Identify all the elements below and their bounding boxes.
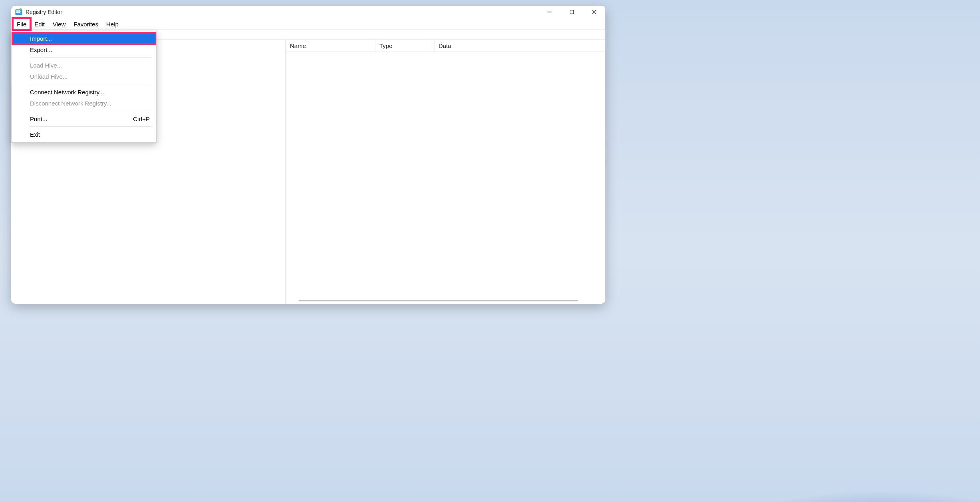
list-body[interactable]	[286, 52, 605, 304]
column-header-data[interactable]: Data	[434, 40, 605, 52]
menu-file[interactable]: File	[13, 18, 30, 30]
menu-item-import[interactable]: Import...	[12, 33, 155, 44]
column-header-type[interactable]: Type	[375, 40, 434, 52]
window-controls	[538, 6, 605, 18]
maximize-icon	[569, 10, 574, 14]
svg-point-6	[20, 9, 22, 11]
list-header: Name Type Data	[286, 40, 605, 52]
menu-item-label: Import...	[30, 35, 52, 42]
menu-item-exit[interactable]: Exit	[12, 129, 155, 140]
column-label: Type	[379, 42, 393, 49]
menu-item-label: Exit	[30, 131, 40, 138]
menu-favorites[interactable]: Favorites	[69, 18, 102, 30]
menu-item-label: Disconnect Network Registry...	[30, 100, 111, 107]
close-button[interactable]	[583, 6, 605, 18]
column-header-name[interactable]: Name	[286, 40, 375, 52]
menu-help[interactable]: Help	[102, 18, 123, 30]
menu-item-unload-hive: Unload Hive...	[12, 71, 155, 82]
menu-label: File	[17, 21, 26, 28]
menu-label: Favorites	[73, 21, 98, 28]
file-dropdown-menu: Import... Export... Load Hive... Unload …	[11, 31, 157, 143]
menu-item-export[interactable]: Export...	[12, 44, 155, 55]
svg-rect-2	[18, 10, 20, 12]
menu-item-label: Connect Network Registry...	[30, 89, 104, 96]
menu-view[interactable]: View	[49, 18, 69, 30]
menu-item-label: Print...	[30, 116, 47, 122]
menu-item-shortcut: Ctrl+P	[133, 116, 150, 122]
svg-rect-1	[16, 10, 18, 12]
titlebar[interactable]: Registry Editor	[11, 6, 605, 18]
menubar: File Edit View Favorites Help	[11, 18, 605, 30]
menu-item-load-hive: Load Hive...	[12, 60, 155, 71]
menu-separator	[30, 84, 151, 84]
close-icon	[592, 10, 597, 14]
menu-separator	[30, 111, 151, 111]
menu-item-disconnect-network-registry: Disconnect Network Registry...	[12, 98, 155, 109]
menu-item-print[interactable]: Print... Ctrl+P	[12, 113, 155, 124]
registry-editor-icon	[15, 8, 22, 16]
menu-label: Edit	[34, 21, 45, 28]
minimize-icon	[547, 10, 552, 14]
menu-label: Help	[106, 21, 119, 28]
window-title: Registry Editor	[26, 9, 62, 15]
minimize-button[interactable]	[538, 6, 561, 18]
menu-separator	[30, 57, 151, 58]
list-pane: Name Type Data	[286, 40, 605, 304]
menu-item-label: Export...	[30, 46, 52, 53]
svg-rect-5	[18, 12, 20, 13]
column-label: Name	[290, 42, 306, 49]
maximize-button[interactable]	[561, 6, 583, 18]
menu-item-label: Unload Hive...	[30, 73, 67, 80]
column-label: Data	[438, 42, 451, 49]
menu-item-connect-network-registry[interactable]: Connect Network Registry...	[12, 86, 155, 98]
menu-item-label: Load Hive...	[30, 62, 62, 69]
svg-rect-8	[570, 10, 574, 14]
svg-rect-4	[16, 12, 18, 13]
menu-edit[interactable]: Edit	[30, 18, 49, 30]
menu-separator	[30, 126, 151, 127]
menu-label: View	[53, 21, 65, 28]
horizontal-scrollbar[interactable]	[299, 300, 578, 301]
